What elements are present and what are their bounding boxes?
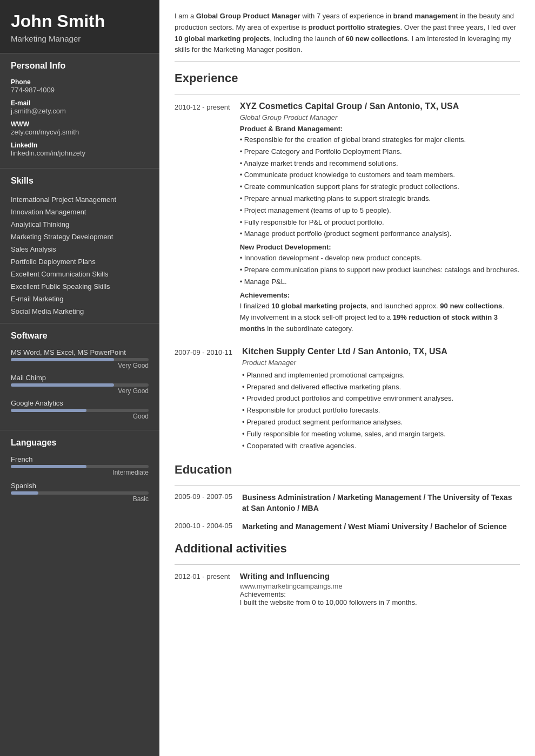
email-value: j.smith@zety.com: [11, 107, 149, 115]
software-level: Very Good: [11, 362, 149, 369]
language-bar: [11, 491, 149, 495]
edu-date: 2000-10 - 2004-05: [175, 522, 232, 532]
software-bar-fill: [11, 409, 86, 412]
skill-item: Innovation Management: [11, 206, 149, 218]
skill-item: E-mail Marketing: [11, 293, 149, 305]
act-title: Writing and Influencing: [240, 571, 520, 580]
exp-role: Global Group Product Manager: [240, 113, 520, 122]
act-achievements: Achievements:: [240, 590, 520, 598]
sidebar: John Smith Marketing Manager Personal In…: [0, 0, 159, 756]
activity-entry: 2012-01 - present Writing and Influencin…: [175, 571, 520, 606]
skill-item: Portfolio Deployment Plans: [11, 255, 149, 268]
exp-date: 2007-09 - 2010-11: [175, 346, 232, 452]
exp-company: Kitchen Supply Center Ltd / San Antonio,…: [242, 346, 520, 357]
exp-detail: Kitchen Supply Center Ltd / San Antonio,…: [242, 346, 520, 452]
exp-bullet: My involvement in a stock sell-off proje…: [240, 312, 520, 335]
skill-item: International Project Management: [11, 193, 149, 206]
personal-info-heading: Personal Info: [11, 61, 149, 73]
exp-bullet: • Manage product portfolio (product segm…: [240, 228, 520, 240]
language-level: Basic: [11, 495, 149, 503]
exp-role: Product Manager: [242, 359, 520, 367]
language-name: French: [11, 455, 149, 463]
language-item: Spanish Basic: [11, 482, 149, 503]
email-item: E-mail j.smith@zety.com: [11, 99, 149, 115]
skills-heading: Skills: [11, 176, 149, 188]
exp-bullet: • Prepared product segment performance a…: [242, 417, 520, 428]
exp-bullet: • Analyze market trends and recommend so…: [240, 158, 520, 170]
experience-entry: 2010-12 - present XYZ Cosmetics Capital …: [175, 101, 520, 335]
skill-item: Sales Analysis: [11, 243, 149, 255]
phone-label: Phone: [11, 78, 149, 86]
languages-heading: Languages: [11, 438, 149, 450]
software-item: MS Word, MS Excel, MS PowerPoint Very Go…: [11, 348, 149, 369]
language-name: Spanish: [11, 482, 149, 490]
phone-value: 774-987-4009: [11, 86, 149, 94]
languages-section: Languages French Intermediate Spanish Ba…: [0, 430, 159, 514]
edu-detail: Business Administration / Marketing Mana…: [242, 492, 520, 514]
exp-bullet: • Responsible for the creation of global…: [240, 134, 520, 146]
exp-bullet: • Create communication support plans for…: [240, 181, 520, 193]
exp-bullet: • Provided product portfolios and compet…: [242, 393, 520, 404]
act-subtext: I built the website from 0 to 10,000 fol…: [240, 598, 520, 606]
software-item: Google Analytics Good: [11, 399, 149, 420]
skills-section: Skills International Project ManagementI…: [0, 168, 159, 323]
language-item: French Intermediate: [11, 455, 149, 476]
exp-bullet: • Innovation development - develop new p…: [240, 253, 520, 264]
language-bar: [11, 465, 149, 468]
education-heading: Education: [175, 463, 520, 479]
exp-subheading: Achievements:: [240, 291, 520, 299]
experience-heading: Experience: [175, 71, 520, 87]
language-level: Intermediate: [11, 469, 149, 476]
activities-divider: [175, 564, 520, 565]
exp-bullet: • Fully responsible for meeting volume, …: [242, 429, 520, 440]
activities-heading: Additional activities: [175, 542, 520, 558]
software-heading: Software: [11, 331, 149, 343]
candidate-name: John Smith: [11, 12, 149, 31]
experience-section: Experience 2010-12 - present XYZ Cosmeti…: [175, 71, 520, 452]
www-item: WWW zety.com/mycv/j.smith: [11, 120, 149, 136]
email-label: E-mail: [11, 99, 149, 107]
act-detail: Writing and Influencing www.mymarketingc…: [240, 571, 520, 606]
edu-date: 2005-09 - 2007-05: [175, 492, 232, 514]
activities-list: 2012-01 - present Writing and Influencin…: [175, 571, 520, 606]
education-divider: [175, 485, 520, 486]
experience-divider: [175, 94, 520, 94]
education-entry: 2005-09 - 2007-05 Business Administratio…: [175, 492, 520, 514]
exp-subheading: Product & Brand Management:: [240, 125, 520, 133]
software-bar-fill: [11, 358, 114, 361]
act-date: 2012-01 - present: [175, 571, 230, 606]
skill-item: Marketing Strategy Development: [11, 231, 149, 243]
skill-item: Social Media Marketing: [11, 305, 149, 318]
software-section: Software MS Word, MS Excel, MS PowerPoin…: [0, 323, 159, 430]
www-label: WWW: [11, 120, 149, 128]
act-url: www.mymarketingcampaings.me: [240, 582, 520, 590]
resume-container: John Smith Marketing Manager Personal In…: [0, 0, 535, 756]
linkedin-item: LinkedIn linkedin.com/in/johnzety: [11, 141, 149, 157]
summary: I am a Global Group Product Manager with…: [175, 11, 520, 62]
software-item: Mail Chimp Very Good: [11, 374, 149, 395]
exp-detail: XYZ Cosmetics Capital Group / San Antoni…: [240, 101, 520, 335]
software-name: Mail Chimp: [11, 374, 149, 382]
job-title: Marketing Manager: [11, 34, 149, 43]
exp-bullet: • Responsible for product portfolio fore…: [242, 405, 520, 416]
exp-company: XYZ Cosmetics Capital Group / San Antoni…: [240, 101, 520, 112]
skill-item: Excellent Communication Skills: [11, 268, 149, 280]
www-value: zety.com/mycv/j.smith: [11, 128, 149, 136]
exp-bullet: • Prepare communication plans to support…: [240, 265, 520, 276]
education-section: Education 2005-09 - 2007-05 Business Adm…: [175, 463, 520, 532]
exp-date: 2010-12 - present: [175, 101, 230, 335]
personal-info-section: Personal Info Phone 774-987-4009 E-mail …: [0, 53, 159, 168]
experience-list: 2010-12 - present XYZ Cosmetics Capital …: [175, 101, 520, 452]
software-list: MS Word, MS Excel, MS PowerPoint Very Go…: [11, 348, 149, 420]
software-name: Google Analytics: [11, 399, 149, 407]
main-content: I am a Global Group Product Manager with…: [159, 0, 535, 756]
exp-bullet: • Fully responsible for P&L of product p…: [240, 217, 520, 228]
software-name: MS Word, MS Excel, MS PowerPoint: [11, 348, 149, 356]
edu-detail: Marketing and Management / West Miami Un…: [242, 522, 520, 532]
exp-bullet: • Manage P&L.: [240, 276, 520, 288]
skill-item: Excellent Public Speaking Skills: [11, 280, 149, 293]
linkedin-value: linkedin.com/in/johnzety: [11, 149, 149, 157]
software-bar: [11, 383, 149, 387]
education-entry: 2000-10 - 2004-05 Marketing and Manageme…: [175, 522, 520, 532]
education-list: 2005-09 - 2007-05 Business Administratio…: [175, 492, 520, 532]
